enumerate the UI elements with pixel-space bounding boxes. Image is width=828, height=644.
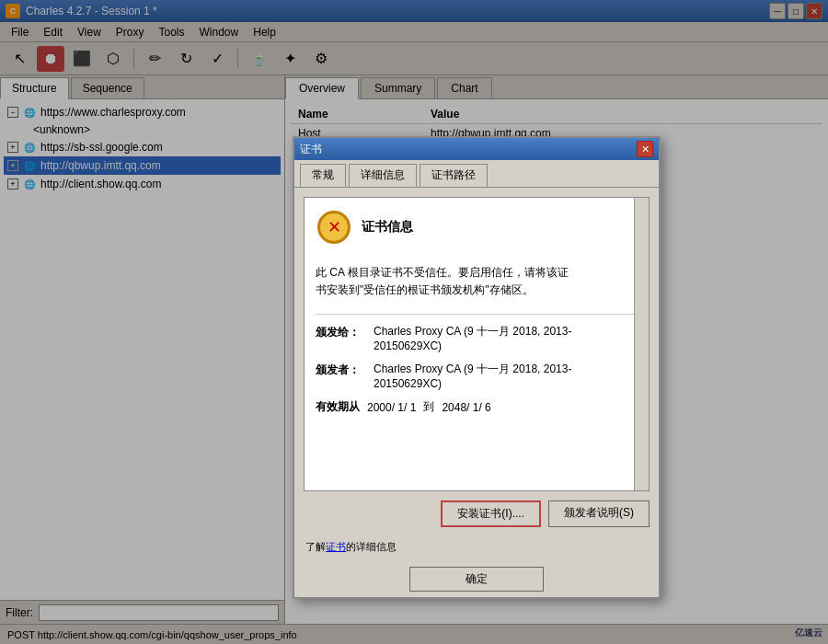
cert-validity-until: 2048/ 1/ 6 [442, 401, 490, 414]
cert-validity-from: 2000/ 1/ 1 [367, 401, 416, 414]
cert-scrollbar[interactable] [634, 198, 649, 490]
install-cert-button[interactable]: 安装证书(I).... [441, 500, 541, 527]
certificate-dialog: 证书 ✕ 常规 详细信息 证书路径 ✕ 证书信息 此 CA 根目录证书不受信任。 [293, 136, 661, 599]
dialog-confirm-row: 确定 [294, 561, 659, 597]
cert-validity-to: 到 [423, 399, 434, 415]
dialog-btn-row: 安装证书(I).... 颁发者说明(S) [304, 500, 650, 527]
dialog-tab-general[interactable]: 常规 [300, 164, 346, 187]
cert-title: 证书信息 [362, 219, 413, 236]
cert-validity-label: 有效期从 [316, 399, 360, 415]
dialog-title-bar: 证书 ✕ [294, 138, 659, 160]
footer-text-suffix: 的详细信息 [346, 541, 397, 552]
dialog-body: ✕ 证书信息 此 CA 根目录证书不受信任。要启用信任，请将该证书安装到"受信任… [294, 188, 659, 536]
dialog-title: 证书 [300, 142, 322, 157]
cert-icon-container: ✕ [316, 209, 352, 246]
cert-issued-to-row: 颁发给： Charles Proxy CA (9 十一月 2018, 2013-… [316, 324, 638, 352]
cert-divider [316, 314, 638, 315]
cert-issued-to-value: Charles Proxy CA (9 十一月 2018, 2013-20150… [374, 324, 638, 352]
dialog-tab-path[interactable]: 证书路径 [420, 164, 488, 187]
footer-link[interactable]: 证书 [326, 541, 346, 552]
dialog-overlay: 证书 ✕ 常规 详细信息 证书路径 ✕ 证书信息 此 CA 根目录证书不受信任。 [0, 0, 828, 644]
footer-text-prefix: 了解 [305, 541, 326, 552]
issuer-info-button[interactable]: 颁发者说明(S) [548, 500, 650, 527]
dialog-tab-bar: 常规 详细信息 证书路径 [294, 160, 659, 188]
cert-issued-by-row: 颁发者： Charles Proxy CA (9 十一月 2018, 2013-… [316, 362, 638, 390]
dialog-tab-details[interactable]: 详细信息 [349, 164, 417, 187]
dialog-footer: 了解证书的详细信息 [294, 536, 659, 561]
cert-issued-by-label: 颁发者： [316, 362, 366, 378]
confirm-button[interactable]: 确定 [409, 567, 544, 592]
cert-warning-text: 此 CA 根目录证书不受信任。要启用信任，请将该证书安装到"受信任的根证书颁发机… [316, 264, 638, 299]
cert-issued-to-label: 颁发给： [316, 324, 366, 340]
cert-validity-row: 有效期从 2000/ 1/ 1 到 2048/ 1/ 6 [316, 399, 638, 415]
cert-warning-icon: ✕ [317, 211, 351, 244]
dialog-close-button[interactable]: ✕ [637, 141, 653, 157]
cert-issued-by-value: Charles Proxy CA (9 十一月 2018, 2013-20150… [374, 362, 638, 390]
cert-info-box: ✕ 证书信息 此 CA 根目录证书不受信任。要启用信任，请将该证书安装到"受信任… [304, 197, 650, 491]
cert-header: ✕ 证书信息 [316, 209, 638, 253]
